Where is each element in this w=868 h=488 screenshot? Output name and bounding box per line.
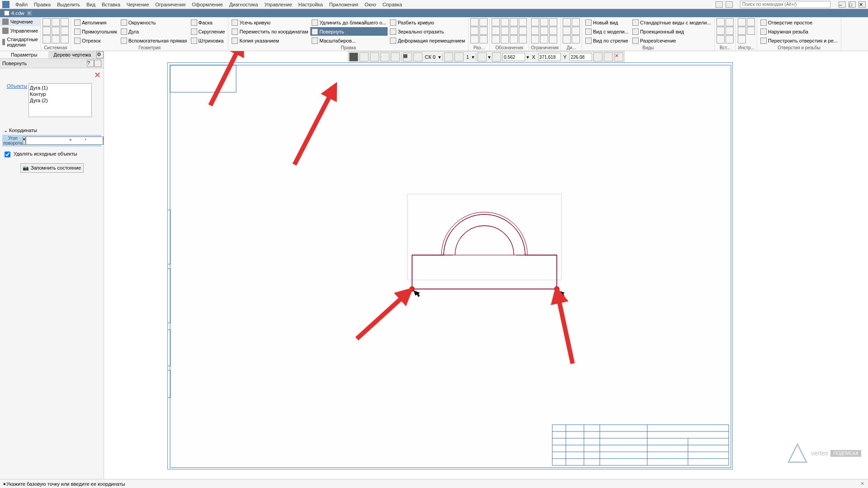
menu-settings[interactable]: Настройка <box>299 2 323 7</box>
command-search[interactable] <box>740 1 830 8</box>
list-item[interactable]: Дуга (2) <box>30 97 90 104</box>
menu-diagnostics[interactable]: Диагностика <box>229 2 258 7</box>
tab-params[interactable]: Параметры <box>0 51 48 58</box>
btn-chamfer[interactable]: Фаска <box>190 18 227 27</box>
copy-icon[interactable] <box>61 18 69 26</box>
annot-icon-12[interactable] <box>519 35 527 43</box>
annot-icon-10[interactable] <box>519 18 527 26</box>
layout-btn-1[interactable] <box>716 1 723 8</box>
delete-src-checkbox[interactable] <box>5 152 10 157</box>
print-icon[interactable] <box>52 27 60 35</box>
menu-apps[interactable]: Приложения <box>329 2 358 7</box>
btn-fillet[interactable]: Скругление <box>190 27 227 36</box>
props-icon[interactable] <box>61 35 69 43</box>
diag-icon-5[interactable] <box>572 27 580 35</box>
maximize-button[interactable]: □ <box>849 1 856 8</box>
side-tab-drawing[interactable]: Черчение <box>0 17 40 26</box>
annot-icon-9[interactable] <box>510 35 518 43</box>
objects-list[interactable]: Дуга (1) Контур Дуга (2) <box>28 83 92 117</box>
tool-icon-1[interactable] <box>738 18 746 26</box>
btn-aux-line[interactable]: Вспомогательная прямая <box>119 36 189 45</box>
list-item[interactable]: Контур <box>30 91 90 97</box>
menu-file[interactable]: Файл <box>15 2 28 7</box>
annot-icon-2[interactable] <box>492 27 500 35</box>
save-state-button[interactable]: 📷 Запомнить состояние <box>20 163 84 173</box>
constr-icon-6[interactable] <box>540 35 548 43</box>
btn-mirror[interactable]: Зеркально отразить <box>389 27 466 36</box>
canvas[interactable]: ▦ СК 0 ▾ 1 ▾ ▾ ▾ X Y ✕ <box>104 51 868 480</box>
btn-trim[interactable]: Усечь кривую <box>230 18 309 27</box>
btn-arrow-view[interactable]: Вид по стрелке <box>584 36 630 45</box>
tool-icon-4[interactable] <box>747 18 755 26</box>
insert-icon-2[interactable] <box>716 27 725 35</box>
btn-circle[interactable]: Окружность <box>119 18 189 27</box>
annot-icon-8[interactable] <box>510 27 518 35</box>
cs-icon[interactable] <box>413 52 422 62</box>
tb-btn-1[interactable] <box>359 52 368 62</box>
btn-arc[interactable]: Дуга <box>119 27 189 36</box>
constr-icon-4[interactable] <box>540 18 548 26</box>
close-button[interactable]: ✕ <box>859 1 866 8</box>
tab-tree[interactable]: Дерево чертежа <box>48 51 97 58</box>
btn-std-views[interactable]: Стандартные виды с модели... <box>631 18 712 27</box>
menu-select[interactable]: Выделить <box>57 2 80 7</box>
menu-design[interactable]: Оформление <box>192 2 223 7</box>
pin-icon[interactable] <box>94 60 101 67</box>
x-input[interactable] <box>538 53 560 61</box>
status-close-icon[interactable]: ✕ <box>860 481 864 487</box>
tb-btn-7[interactable] <box>604 52 613 62</box>
btn-rectangle[interactable]: Прямоугольник <box>73 27 119 36</box>
paste-icon[interactable] <box>61 27 69 35</box>
cs-value[interactable]: СК 0 <box>423 54 437 60</box>
undo-icon[interactable] <box>43 35 51 43</box>
menu-window[interactable]: Окно <box>365 2 376 7</box>
annot-icon-4[interactable] <box>501 18 509 26</box>
annot-icon-6[interactable] <box>501 35 509 43</box>
doc-tab-close[interactable]: ✕ <box>27 10 32 16</box>
btn-segment[interactable]: Отрезок <box>73 36 119 45</box>
menu-view[interactable]: Вид <box>86 2 95 7</box>
constr-icon-8[interactable] <box>549 27 557 35</box>
btn-section[interactable]: Разрез/сечение <box>631 36 712 45</box>
diag-icon-3[interactable] <box>563 35 571 43</box>
insert-icon-1[interactable] <box>716 18 725 26</box>
grid-icon[interactable]: ▦ <box>403 52 412 62</box>
btn-proj-view[interactable]: Проекционный вид <box>631 27 712 36</box>
insert-icon-6[interactable] <box>726 35 734 43</box>
save-icon[interactable] <box>43 27 51 35</box>
tb-btn-3[interactable] <box>380 52 389 62</box>
doc-tab[interactable]: 4.cdw ✕ <box>0 10 37 16</box>
btn-autoline[interactable]: Автолиния <box>73 18 119 27</box>
menu-constraints[interactable]: Ограничения <box>155 2 185 7</box>
insert-icon-4[interactable] <box>726 18 734 26</box>
constr-icon-1[interactable] <box>531 18 539 26</box>
btn-hatch[interactable]: Штриховка <box>190 36 227 45</box>
tb-btn-5[interactable] <box>444 52 453 62</box>
layer-value[interactable]: 1 <box>465 54 470 60</box>
tb-btn-2[interactable] <box>370 52 379 62</box>
insert-icon-3[interactable] <box>716 35 725 43</box>
btn-copy-pick[interactable]: Копия указанием <box>230 36 309 45</box>
diag-icon-2[interactable] <box>563 27 571 35</box>
redo-icon[interactable] <box>52 35 60 43</box>
layout-btn-2[interactable] <box>726 1 733 8</box>
diag-icon-4[interactable] <box>572 18 580 26</box>
tool-icon-5[interactable] <box>747 27 755 35</box>
btn-move-coord[interactable]: Переместить по координатам <box>230 27 309 36</box>
zoom-out-icon[interactable] <box>478 52 487 62</box>
tb-btn-6[interactable] <box>593 52 602 62</box>
list-item[interactable]: Дуга (1) <box>30 85 90 91</box>
annot-icon-11[interactable] <box>519 27 527 35</box>
layer-icon[interactable] <box>455 52 464 62</box>
menu-help[interactable]: Справка <box>383 2 402 7</box>
constr-icon-3[interactable] <box>531 35 539 43</box>
dim-icon-2[interactable] <box>470 27 479 35</box>
insert-icon-5[interactable] <box>726 27 734 35</box>
diag-icon-6[interactable] <box>572 35 580 43</box>
new-icon[interactable] <box>43 18 51 26</box>
btn-extend[interactable]: Удлинить до ближайшего о... <box>310 18 388 27</box>
menu-manage[interactable]: Управление <box>264 2 292 7</box>
btn-thread-ext[interactable]: Наружная резьба <box>759 27 839 36</box>
zoom-in-icon[interactable] <box>492 52 501 62</box>
open-icon[interactable] <box>52 18 60 26</box>
